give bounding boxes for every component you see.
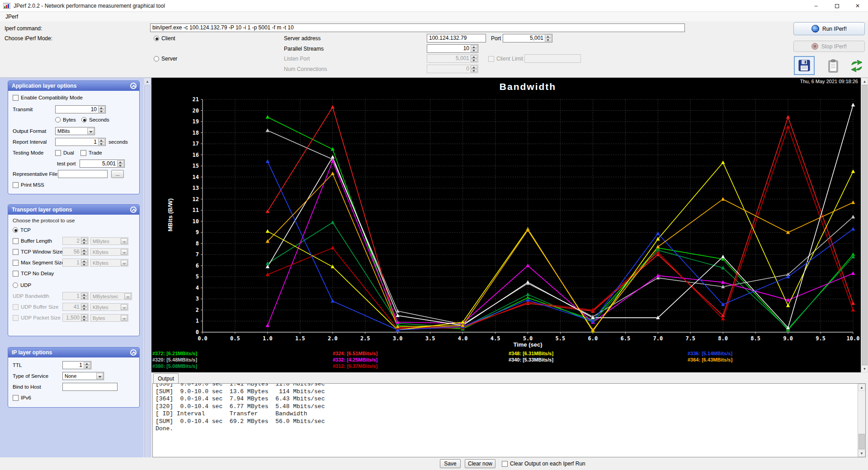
enable-compat-checkbox[interactable]: Enable Compatibility Mode bbox=[13, 95, 83, 101]
buffer-length-spinner: 2 bbox=[62, 237, 89, 245]
reload-defaults-button[interactable] bbox=[848, 57, 865, 75]
dual-box[interactable] bbox=[55, 150, 61, 156]
trade-box[interactable] bbox=[80, 150, 86, 156]
tcp-no-delay-checkbox[interactable]: TCP No Delay bbox=[13, 271, 54, 277]
clear-on-run-checkbox[interactable]: Clear Output on each Iperf Run bbox=[502, 461, 585, 467]
port-spinner[interactable]: 5,001 bbox=[503, 34, 552, 42]
test-port-spinner[interactable]: 5,001 bbox=[80, 160, 125, 168]
bind-host-input[interactable] bbox=[62, 383, 118, 391]
enable-compat-box[interactable] bbox=[13, 95, 19, 101]
server-radio[interactable]: Server bbox=[154, 56, 177, 62]
svg-text:9.0: 9.0 bbox=[783, 335, 793, 342]
rep-file-input[interactable] bbox=[58, 170, 108, 178]
svg-text:3: 3 bbox=[196, 296, 199, 302]
print-mss-box[interactable] bbox=[13, 182, 19, 188]
maximize-icon bbox=[835, 4, 839, 8]
output-text: [336] 9.0-10.0 sec 1.41 MBytes 11.8 Mbit… bbox=[156, 383, 856, 433]
ipv6-box[interactable] bbox=[13, 395, 19, 401]
seconds-radio-circle[interactable] bbox=[81, 117, 87, 122]
scrollbar-thumb[interactable] bbox=[862, 85, 868, 365]
print-mss-checkbox[interactable]: Print MSS bbox=[13, 182, 44, 188]
menu-jperf[interactable]: JPerf bbox=[4, 14, 20, 20]
client-radio[interactable]: Client bbox=[154, 35, 175, 42]
max-segment-checkbox[interactable]: Max Segment Size bbox=[13, 260, 65, 266]
dropdown-arrow-icon[interactable] bbox=[96, 373, 103, 379]
tcp-radio[interactable]: TCP bbox=[13, 227, 31, 233]
server-radio-circle[interactable] bbox=[154, 56, 159, 61]
client-radio-circle[interactable] bbox=[154, 36, 159, 41]
server-address-label: Server address bbox=[284, 35, 321, 42]
scroll-up-icon[interactable]: ▲ bbox=[858, 384, 865, 391]
output-panel: Output [336] 9.0-10.0 sec 1.41 MBytes 11… bbox=[151, 372, 868, 457]
output-textarea[interactable]: [336] 9.0-10.0 sec 1.41 MBytes 11.8 Mbit… bbox=[152, 383, 866, 457]
buffer-length-unit-select: MBytes bbox=[90, 237, 128, 245]
scroll-down-icon[interactable]: ▼ bbox=[861, 365, 868, 372]
bytes-radio[interactable]: Bytes bbox=[55, 117, 76, 122]
udp-radio[interactable]: UDP bbox=[13, 282, 31, 288]
bytes-radio-circle[interactable] bbox=[55, 117, 61, 122]
ttl-spinner[interactable]: 1 bbox=[62, 361, 91, 369]
window-title: JPerf 2.0.2 - Network performance measur… bbox=[14, 3, 165, 9]
ttl-arrows[interactable] bbox=[84, 362, 90, 368]
minimize-button[interactable]: – bbox=[806, 0, 826, 12]
report-interval-arrows[interactable] bbox=[98, 139, 105, 145]
ipv6-checkbox[interactable]: IPv6 bbox=[13, 395, 31, 401]
server-address-input[interactable]: 100.124.132.79 bbox=[427, 34, 486, 42]
report-interval-spinner[interactable]: 1 bbox=[55, 138, 106, 146]
dual-checkbox[interactable]: Dual bbox=[55, 150, 74, 156]
transmit-arrows[interactable] bbox=[98, 106, 105, 113]
udp-bandwidth-unit-select: MBytes/sec bbox=[90, 292, 132, 300]
svg-text:5.5: 5.5 bbox=[556, 335, 566, 342]
toolbar: Iperf command: bin/iperf.exe -c 100.124.… bbox=[0, 21, 868, 78]
maximize-button[interactable] bbox=[826, 0, 847, 12]
tcp-window-box[interactable] bbox=[13, 249, 19, 255]
save-chart-button[interactable] bbox=[794, 56, 815, 75]
parallel-streams-arrows[interactable] bbox=[471, 45, 477, 52]
iperf-command-input[interactable]: bin/iperf.exe -c 100.124.132.79 -P 10 -i… bbox=[150, 24, 685, 32]
transmit-spinner[interactable]: 10 bbox=[55, 105, 106, 113]
scroll-up-icon[interactable]: ▲ bbox=[144, 78, 151, 85]
copy-output-button[interactable] bbox=[826, 57, 841, 75]
port-spinner-arrows[interactable] bbox=[545, 35, 552, 42]
seconds-radio[interactable]: Seconds bbox=[81, 117, 109, 122]
udp-radio-circle[interactable] bbox=[13, 282, 18, 288]
tab-output[interactable]: Output bbox=[153, 373, 179, 384]
scrollbar-thumb[interactable] bbox=[859, 434, 865, 449]
tos-select[interactable]: None bbox=[62, 372, 104, 380]
sidebar-scrollbar[interactable]: ▲ ▼ bbox=[143, 78, 151, 470]
dropdown-arrow-icon[interactable] bbox=[87, 128, 94, 134]
trade-checkbox[interactable]: Trade bbox=[80, 150, 102, 156]
tcp-no-delay-box[interactable] bbox=[13, 271, 19, 277]
clear-now-button[interactable]: Clear now bbox=[465, 459, 495, 468]
collapse-icon[interactable] bbox=[130, 349, 137, 356]
transport-layer-header[interactable]: Transport layer options bbox=[8, 205, 139, 215]
save-output-button[interactable]: Save bbox=[440, 459, 461, 468]
svg-text:1.0: 1.0 bbox=[263, 335, 273, 342]
close-button[interactable]: ✕ bbox=[847, 0, 868, 12]
parallel-streams-spinner[interactable]: 10 bbox=[427, 44, 478, 53]
svg-text:15: 15 bbox=[193, 163, 199, 169]
udp-bandwidth-label: UDP Bandwidth bbox=[13, 293, 49, 299]
legend-entry: #324: [6.51MBits/s] bbox=[333, 351, 377, 356]
chart-scrollbar[interactable]: ▲ ▼ bbox=[861, 78, 868, 372]
ip-layer-header[interactable]: IP layer options bbox=[8, 348, 139, 357]
application-layer-header[interactable]: Application layer options bbox=[8, 81, 139, 91]
output-line: [336] 9.0-10.0 sec 1.41 MBytes 11.8 Mbit… bbox=[156, 383, 856, 388]
diskette-icon bbox=[798, 59, 811, 72]
scrollbar-thumb[interactable] bbox=[144, 85, 151, 462]
browse-button[interactable]: ... bbox=[111, 170, 124, 178]
buffer-length-box[interactable] bbox=[13, 238, 19, 244]
collapse-icon[interactable] bbox=[130, 83, 137, 89]
max-segment-box[interactable] bbox=[13, 260, 19, 266]
buffer-length-checkbox[interactable]: Buffer Length bbox=[13, 238, 52, 244]
tcp-window-checkbox[interactable]: TCP Window Size bbox=[13, 249, 62, 255]
scroll-up-icon[interactable]: ▲ bbox=[861, 78, 868, 85]
test-port-arrows[interactable] bbox=[117, 160, 124, 167]
output-scrollbar[interactable]: ▲ ▼ bbox=[858, 384, 865, 457]
clear-on-run-box[interactable] bbox=[502, 461, 508, 467]
tcp-radio-circle[interactable] bbox=[13, 227, 18, 233]
scroll-down-icon[interactable]: ▼ bbox=[858, 450, 865, 457]
output-format-select[interactable]: MBits bbox=[55, 127, 95, 135]
run-iperf-button[interactable]: Run IPerf! bbox=[793, 22, 865, 35]
collapse-icon[interactable] bbox=[130, 207, 137, 213]
